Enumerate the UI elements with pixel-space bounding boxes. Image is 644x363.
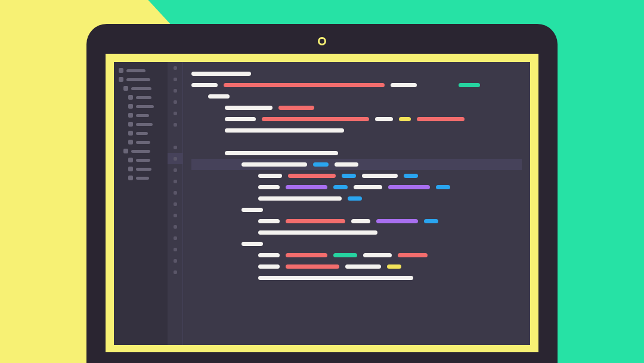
- code-token: [376, 219, 418, 223]
- code-token: [191, 83, 218, 87]
- code-token: [313, 162, 329, 167]
- code-token: [391, 83, 417, 87]
- gutter-marker: [168, 221, 182, 232]
- gutter-marker: [168, 244, 182, 255]
- gutter-marker: [168, 164, 182, 176]
- file-label: [136, 96, 151, 99]
- code-token: [225, 151, 338, 155]
- code-token: [258, 276, 413, 280]
- file-icon: [128, 122, 133, 127]
- file-tree-item: [119, 68, 163, 73]
- file-icon: [128, 104, 133, 109]
- code-line: [191, 216, 522, 227]
- code-token: [351, 219, 370, 223]
- code-token: [417, 117, 465, 121]
- code-token: [362, 174, 398, 178]
- file-icon: [128, 95, 133, 100]
- file-icon: [128, 113, 133, 118]
- file-tree-item: [119, 95, 163, 100]
- code-token: [333, 253, 357, 257]
- camera-icon: [318, 37, 326, 45]
- code-line: [191, 136, 522, 147]
- file-label: [136, 159, 150, 162]
- code-token: [286, 264, 339, 269]
- code-token: [225, 106, 273, 110]
- code-token: [363, 253, 392, 257]
- gutter-marker: [168, 198, 182, 210]
- code-token: [242, 162, 307, 167]
- code-token: [286, 253, 327, 257]
- file-tree-item: [119, 113, 163, 118]
- code-line: [191, 193, 522, 204]
- file-tree-sidebar: [114, 62, 168, 345]
- file-tree-item: [119, 122, 163, 127]
- code-token: [225, 128, 344, 133]
- gutter-marker: [168, 187, 182, 198]
- code-token: [286, 219, 345, 223]
- gutter-marker: [168, 73, 182, 85]
- code-token: [424, 219, 438, 223]
- code-line: [191, 113, 522, 125]
- code-token: [436, 185, 450, 189]
- code-line: [191, 250, 522, 261]
- code-token: [242, 242, 263, 246]
- file-tree-item: [119, 131, 163, 136]
- code-line: [191, 170, 522, 182]
- gutter-marker: [168, 107, 182, 119]
- gutter-marker: [168, 141, 182, 153]
- code-token: [388, 185, 430, 189]
- gutter-marker: [168, 266, 182, 278]
- code-token: [258, 185, 280, 189]
- file-label: [126, 78, 150, 81]
- code-token: [258, 230, 377, 235]
- file-label: [126, 69, 145, 72]
- file-tree-item: [119, 176, 163, 180]
- code-token: [258, 219, 280, 223]
- gutter-marker: [168, 232, 182, 244]
- file-label: [136, 123, 153, 126]
- code-token: [258, 196, 342, 201]
- code-line: [191, 182, 522, 193]
- code-line: [191, 159, 522, 170]
- code-line: [191, 125, 522, 136]
- code-token: [398, 253, 428, 257]
- code-token: [286, 185, 327, 189]
- code-editor: [183, 62, 530, 345]
- code-token: [262, 117, 369, 121]
- editor-screen: [114, 62, 530, 345]
- file-tree-item: [119, 158, 163, 162]
- file-label: [136, 132, 148, 135]
- code-token: [345, 264, 381, 269]
- code-line: [191, 272, 522, 284]
- code-token: [348, 196, 362, 201]
- code-token: [399, 117, 411, 121]
- file-icon: [128, 158, 133, 162]
- gutter-marker: [168, 119, 182, 130]
- code-token: [191, 72, 251, 76]
- code-line: [191, 147, 522, 159]
- line-gutter: [168, 62, 183, 345]
- gutter-marker: [168, 210, 182, 221]
- code-token: [258, 253, 280, 257]
- laptop-illustration: [86, 24, 558, 363]
- file-icon: [119, 77, 123, 82]
- file-icon: [123, 149, 128, 153]
- code-line: [191, 102, 522, 113]
- gutter-marker: [168, 96, 182, 107]
- code-token: [404, 174, 418, 178]
- code-token: [258, 174, 282, 178]
- gutter-marker: [168, 130, 182, 141]
- code-token: [225, 117, 256, 121]
- code-token: [242, 208, 263, 212]
- file-icon: [123, 86, 128, 91]
- file-icon: [128, 140, 133, 144]
- code-token: [224, 83, 385, 87]
- gutter-marker: [168, 176, 182, 187]
- code-line: [191, 204, 522, 216]
- file-label: [131, 87, 151, 90]
- code-line: [191, 227, 522, 238]
- code-line: [191, 68, 522, 79]
- code-token: [335, 162, 358, 167]
- file-label: [136, 114, 149, 117]
- file-label: [136, 168, 151, 171]
